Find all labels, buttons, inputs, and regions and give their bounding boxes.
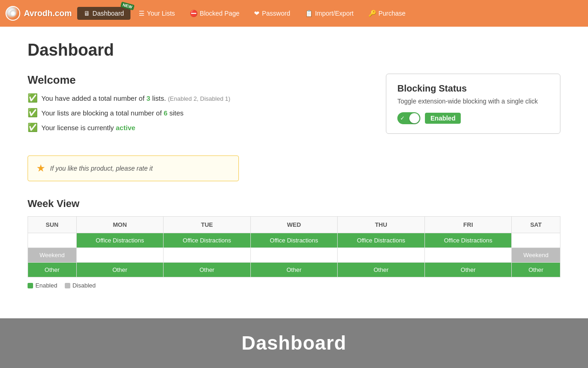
toggle-knob	[409, 113, 419, 123]
day-mon: MON	[76, 217, 164, 233]
week-cell-2-5: Other	[424, 263, 512, 277]
week-cell-2-2: Other	[164, 263, 251, 277]
week-cell-1-4	[338, 248, 425, 263]
week-cell-0-1: Office Distractions	[76, 233, 164, 248]
week-cell-1-5	[424, 248, 512, 263]
list-status: (Enabled 2, Disabled 1)	[168, 95, 230, 102]
week-cell-0-3: Office Distractions	[250, 233, 338, 248]
navigation: Avrodh.com 🖥 Dashboard NEW ☰ Your Lists …	[0, 0, 588, 27]
key-icon: 🔑	[368, 10, 376, 17]
welcome-line-1: ✅ You have added a total number of 3 lis…	[28, 93, 368, 103]
nav-import-export[interactable]: 📋 Import/Export	[299, 7, 360, 20]
legend-enabled-label: Enabled	[35, 282, 57, 289]
bottom-overlay: Dashboard	[0, 318, 588, 368]
heart-icon: ❤	[254, 10, 260, 17]
dashboard-icon: 🖥	[84, 10, 90, 17]
blocking-toggle[interactable]: ✓	[397, 112, 420, 124]
week-cell-0-6	[512, 233, 560, 248]
check-icon-1: ✅	[28, 93, 38, 103]
check-icon-3: ✅	[28, 122, 38, 132]
week-cell-2-1: Other	[76, 263, 164, 277]
welcome-line-3: ✅ Your license is currently active	[28, 122, 368, 132]
license-status: active	[116, 124, 136, 132]
bottom-dashboard-button[interactable]: Dashboard	[205, 328, 383, 359]
nav-password[interactable]: ❤ Password	[248, 7, 296, 20]
brand-name: Avrodh.com	[24, 9, 72, 18]
toggle-check-icon: ✓	[400, 115, 405, 121]
week-header-row: SUN MON TUE WED THU FRI SAT	[28, 217, 560, 233]
welcome-left: Welcome ✅ You have added a total number …	[28, 74, 368, 137]
new-badge: NEW	[120, 1, 135, 10]
week-cell-1-2	[164, 248, 251, 263]
week-cell-2-0: Other	[28, 263, 77, 277]
legend-dot-gray	[65, 283, 70, 288]
site-count: 6	[164, 109, 167, 117]
week-row-2: OtherOtherOtherOtherOtherOtherOther	[28, 263, 560, 277]
week-cell-0-0	[28, 233, 77, 248]
check-icon-2: ✅	[28, 108, 38, 118]
week-cell-0-4: Office Distractions	[338, 233, 425, 248]
nav-blocked-page[interactable]: ⛔ Blocked Page	[183, 7, 246, 20]
day-wed: WED	[250, 217, 338, 233]
legend-enabled: Enabled	[28, 282, 57, 289]
week-legend: Enabled Disabled	[28, 282, 560, 289]
week-cell-2-4: Other	[338, 263, 425, 277]
brand: Avrodh.com	[6, 6, 72, 21]
week-view-section: Week View SUN MON TUE WED THU FRI SAT Of…	[28, 198, 560, 289]
welcome-section: Welcome ✅ You have added a total number …	[28, 74, 560, 137]
week-cell-1-6: Weekend	[512, 248, 560, 263]
blocking-title: Blocking Status	[397, 83, 549, 94]
toggle-row: ✓ Enabled	[397, 112, 549, 124]
list-count: 3	[147, 94, 150, 102]
day-sat: SAT	[512, 217, 560, 233]
week-cell-0-5: Office Distractions	[424, 233, 512, 248]
day-thu: THU	[338, 217, 425, 233]
rate-text: If you like this product, please rate it	[50, 165, 153, 172]
week-cell-2-3: Other	[250, 263, 338, 277]
legend-disabled-label: Disabled	[73, 282, 96, 289]
main-content: Dashboard Welcome ✅ You have added a tot…	[0, 27, 588, 303]
week-cell-0-2: Office Distractions	[164, 233, 251, 248]
import-icon: 📋	[305, 10, 313, 17]
day-fri: FRI	[424, 217, 512, 233]
week-table: SUN MON TUE WED THU FRI SAT Office Distr…	[28, 216, 560, 277]
nav-dashboard[interactable]: 🖥 Dashboard NEW	[77, 7, 130, 20]
week-cell-1-0: Weekend	[28, 248, 77, 263]
page-title: Dashboard	[28, 40, 560, 60]
nav-your-lists[interactable]: ☰ Your Lists	[132, 7, 181, 20]
day-tue: TUE	[164, 217, 251, 233]
nav-purchase[interactable]: 🔑 Purchase	[362, 7, 412, 20]
blocking-status-card: Blocking Status Toggle extension-wide bl…	[386, 74, 560, 134]
week-row-0: Office DistractionsOffice DistractionsOf…	[28, 233, 560, 248]
welcome-line-2: ✅ Your lists are blocking a total number…	[28, 108, 368, 118]
block-icon: ⛔	[190, 10, 198, 17]
list-icon: ☰	[139, 10, 145, 17]
week-cell-1-3	[250, 248, 338, 263]
week-cell-1-1	[76, 248, 164, 263]
week-cell-2-6: Other	[512, 263, 560, 277]
star-icon: ★	[36, 162, 45, 174]
logo-icon	[6, 6, 20, 21]
day-sun: SUN	[28, 217, 77, 233]
legend-dot-green	[28, 283, 33, 288]
welcome-title: Welcome	[28, 74, 368, 86]
rate-box[interactable]: ★ If you like this product, please rate …	[28, 155, 239, 181]
legend-disabled: Disabled	[65, 282, 96, 289]
week-row-1: WeekendWeekend	[28, 248, 560, 263]
week-view-title: Week View	[28, 198, 560, 210]
enabled-badge: Enabled	[425, 113, 461, 124]
blocking-desc: Toggle extension-wide blocking with a si…	[397, 98, 549, 105]
